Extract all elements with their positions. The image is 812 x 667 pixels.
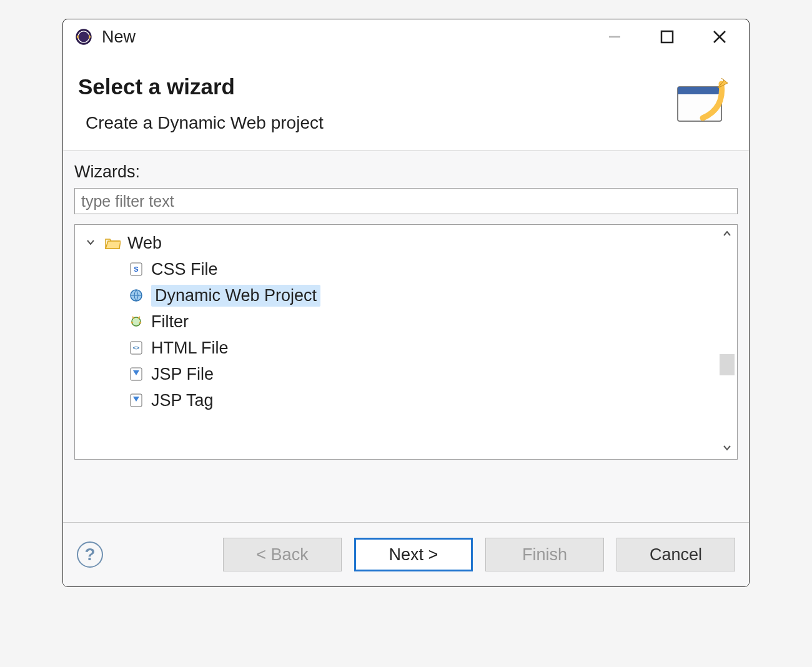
body: Wizards: Web S CSS File — [63, 151, 749, 522]
titlebar: New — [63, 19, 749, 54]
tree-item-css-file[interactable]: S CSS File — [75, 256, 717, 282]
footer: ? < Back Next > Finish Cancel — [63, 522, 749, 586]
svg-text:S: S — [134, 265, 138, 273]
maximize-button[interactable] — [656, 26, 678, 47]
scroll-track[interactable] — [717, 242, 737, 442]
dialog-window: New Select a wizard Create a Dynamic Web… — [62, 19, 750, 587]
folder-open-icon — [104, 234, 121, 252]
tree-item-filter[interactable]: Filter — [75, 309, 717, 335]
tree-item-label: JSP Tag — [151, 391, 214, 410]
tree-item-label: CSS File — [151, 260, 218, 279]
css-file-icon: S — [127, 260, 145, 278]
svg-point-13 — [132, 317, 141, 326]
html-file-icon: <> — [127, 339, 145, 357]
tree-item-dynamic-web-project[interactable]: Dynamic Web Project — [75, 282, 717, 309]
tree-item-label: HTML File — [151, 338, 229, 358]
page-title: Select a wizard — [78, 74, 665, 99]
window-controls — [604, 26, 738, 47]
wizard-tree[interactable]: Web S CSS File Dynamic Web Project — [75, 225, 717, 459]
scroll-up-icon[interactable] — [722, 227, 732, 242]
tree-item-html-file[interactable]: <> HTML File — [75, 335, 717, 361]
scroll-down-icon[interactable] — [722, 442, 732, 457]
header: Select a wizard Create a Dynamic Web pro… — [63, 54, 749, 151]
filter-input[interactable] — [74, 188, 738, 214]
wizard-banner-icon — [665, 74, 734, 131]
tree-folder-label: Web — [127, 234, 162, 253]
wizards-label: Wizards: — [74, 162, 738, 182]
tree-item-label: Dynamic Web Project — [155, 286, 317, 305]
minimize-button[interactable] — [604, 26, 625, 47]
vertical-scrollbar[interactable] — [717, 225, 737, 459]
tree-item-label: Filter — [151, 312, 189, 332]
button-bar: < Back Next > Finish Cancel — [223, 538, 735, 571]
cancel-button[interactable]: Cancel — [616, 538, 735, 571]
page-description: Create a Dynamic Web project — [86, 113, 665, 133]
svg-rect-4 — [661, 31, 673, 42]
jsp-file-icon — [127, 365, 145, 383]
finish-button[interactable]: Finish — [485, 538, 604, 571]
filter-icon — [127, 313, 145, 330]
web-project-icon — [127, 287, 145, 304]
tree-folder-web[interactable]: Web — [75, 230, 717, 256]
tree-item-label: JSP File — [151, 365, 214, 384]
svg-point-2 — [79, 32, 89, 42]
tree-container: Web S CSS File Dynamic Web Project — [74, 224, 738, 460]
tree-item-jsp-file[interactable]: JSP File — [75, 361, 717, 387]
tree-item-jsp-tag[interactable]: JSP Tag — [75, 387, 717, 413]
next-button[interactable]: Next > — [354, 538, 473, 571]
svg-text:<>: <> — [133, 345, 140, 351]
window-title: New — [102, 27, 136, 47]
svg-rect-8 — [678, 87, 721, 94]
eclipse-icon — [74, 27, 93, 46]
back-button[interactable]: < Back — [223, 538, 342, 571]
jsp-tag-icon — [127, 392, 145, 409]
close-button[interactable] — [709, 26, 730, 47]
scroll-thumb[interactable] — [720, 354, 735, 375]
chevron-down-icon[interactable] — [84, 236, 97, 250]
help-icon[interactable]: ? — [77, 541, 103, 568]
